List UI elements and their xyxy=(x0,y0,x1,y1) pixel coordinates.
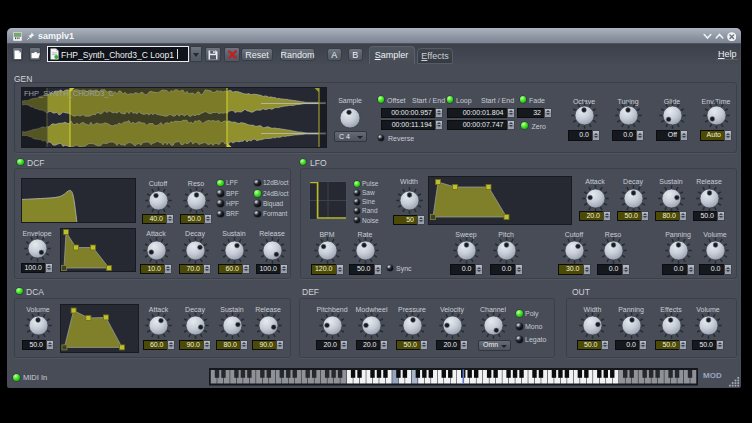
svg-text:FHP_SYNTH_CHORD3_C: FHP_SYNTH_CHORD3_C xyxy=(24,89,115,98)
